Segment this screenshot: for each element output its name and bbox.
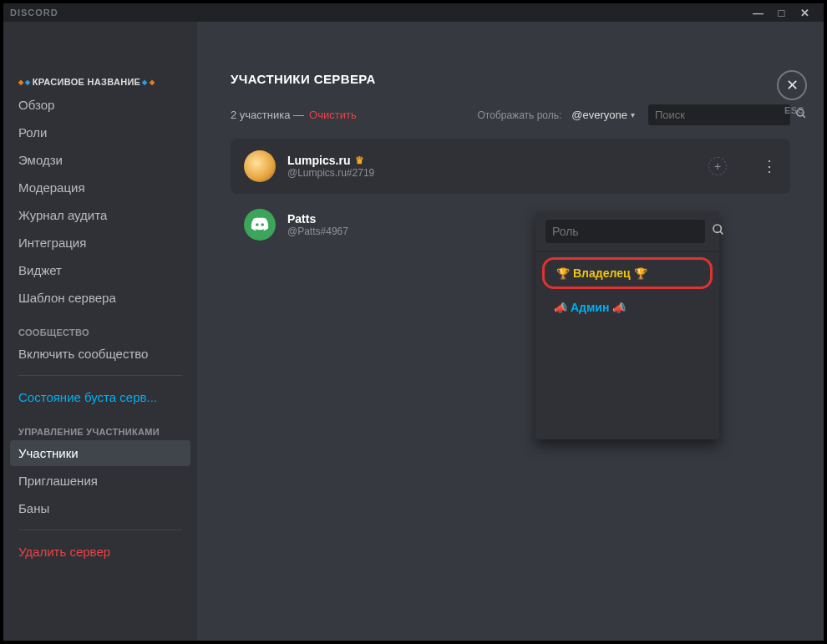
plus-icon: +	[714, 160, 721, 173]
diamond-icon: ◆	[18, 79, 23, 86]
sidebar-item-integration[interactable]: Интеграция	[10, 230, 190, 256]
window-maximize-button[interactable]: □	[770, 7, 794, 19]
member-card[interactable]: Lumpics.ru ♛ @Lumpics.ru#2719 + ⋮	[231, 139, 790, 194]
role-option-admin[interactable]: 📣 Админ 📣	[542, 294, 713, 321]
role-filter-dropdown[interactable]: @everyone ▾	[571, 109, 635, 121]
section-community: СООБЩЕСТВО	[10, 312, 190, 341]
server-name-text: КРАСИВОЕ НАЗВАНИЕ	[33, 77, 141, 87]
titlebar: DISCORD — □ ✕	[3, 3, 824, 22]
svg-point-2	[713, 225, 721, 232]
close-icon: ✕	[786, 76, 799, 94]
role-label: Владелец	[573, 266, 631, 280]
dots-vertical-icon: ⋮	[762, 158, 777, 175]
role-filter-label: Отображать роль:	[478, 109, 562, 121]
crown-icon: ♛	[355, 155, 364, 166]
member-count: 2 участника —	[231, 109, 304, 121]
role-label: Админ	[571, 301, 609, 314]
divider	[18, 530, 182, 530]
server-name-header: ◆ ◆ КРАСИВОЕ НАЗВАНИЕ ◆ ◆	[10, 72, 190, 92]
divider	[18, 375, 182, 376]
sidebar-item-roles[interactable]: Роли	[10, 119, 190, 145]
subheader: 2 участника — Очистить Отображать роль: …	[231, 104, 790, 125]
sidebar-item-enable-community[interactable]: Включить сообщество	[10, 341, 190, 367]
member-search-box[interactable]	[648, 104, 790, 125]
search-icon	[712, 223, 725, 240]
member-search-input[interactable]	[655, 109, 795, 121]
add-role-button[interactable]: +	[708, 157, 727, 175]
main-content: ✕ ESC УЧАСТНИКИ СЕРВЕРА 2 участника — Оч…	[197, 22, 824, 641]
close-label: ESC	[784, 105, 804, 115]
member-tag: @Lumpics.ru#2719	[287, 167, 697, 179]
megaphone-icon: 📣	[554, 302, 567, 314]
diamond-icon: ◆	[150, 79, 155, 86]
window-close-button[interactable]: ✕	[794, 7, 817, 19]
sidebar-item-overview[interactable]: Обзор	[10, 92, 190, 118]
sidebar-item-bans[interactable]: Баны	[10, 495, 190, 521]
sidebar-item-delete-server[interactable]: Удалить сервер	[10, 539, 190, 565]
sidebar-item-widget[interactable]: Виджет	[10, 257, 190, 283]
role-search-box	[535, 211, 719, 252]
avatar	[244, 150, 276, 182]
chevron-down-icon: ▾	[631, 110, 635, 119]
app-name: DISCORD	[10, 8, 58, 18]
sidebar-item-invites[interactable]: Приглашения	[10, 468, 190, 494]
sidebar-item-emoji[interactable]: Эмодзи	[10, 147, 190, 173]
role-filter-value: @everyone	[571, 109, 627, 121]
page-title: УЧАСТНИКИ СЕРВЕРА	[231, 72, 790, 86]
avatar	[244, 209, 276, 241]
window-minimize-button[interactable]: —	[747, 7, 770, 19]
member-name: Patts	[287, 212, 316, 226]
role-search-input[interactable]	[545, 220, 705, 243]
megaphone-icon: 📣	[612, 302, 626, 314]
sidebar-item-template[interactable]: Шаблон сервера	[10, 285, 190, 311]
member-name: Lumpics.ru	[287, 154, 350, 167]
trophy-icon: 🏆	[634, 267, 647, 280]
sidebar-item-moderation[interactable]: Модерация	[10, 175, 190, 200]
sidebar-item-members[interactable]: Участники	[10, 440, 190, 466]
sidebar-item-boost-status[interactable]: Состояние буста серв...	[10, 384, 190, 410]
clear-button[interactable]: Очистить	[309, 109, 357, 121]
section-members-mgmt: УПРАВЛЕНИЕ УЧАСТНИКАМИ	[10, 412, 190, 440]
trophy-icon: 🏆	[556, 267, 570, 280]
svg-line-1	[803, 115, 805, 118]
svg-line-3	[720, 231, 723, 234]
diamond-icon: ◆	[142, 79, 147, 86]
settings-sidebar: ◆ ◆ КРАСИВОЕ НАЗВАНИЕ ◆ ◆ Обзор Роли Эмо…	[3, 22, 197, 641]
role-option-owner[interactable]: 🏆 Владелец 🏆	[542, 257, 713, 289]
close-button[interactable]: ✕	[777, 70, 807, 100]
role-popout: 🏆 Владелец 🏆 📣 Админ 📣	[535, 211, 719, 439]
sidebar-item-audit-log[interactable]: Журнал аудита	[10, 202, 190, 228]
overflow-menu-button[interactable]: ⋮	[762, 157, 777, 175]
diamond-icon: ◆	[25, 79, 30, 86]
